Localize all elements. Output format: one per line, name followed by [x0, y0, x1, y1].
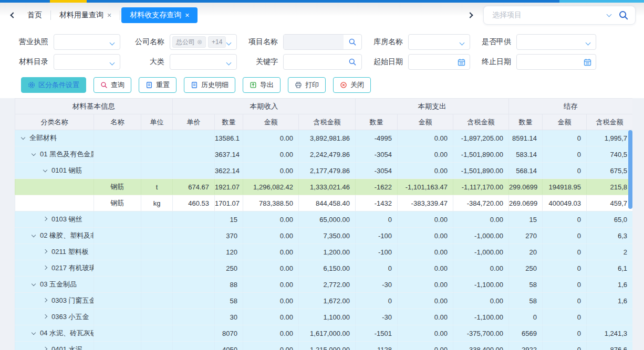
- collapse-icon[interactable]: [32, 152, 36, 156]
- table-row[interactable]: 02 橡胶、塑料及非3700.007,350.00-1000.00-1,000.…: [15, 228, 633, 244]
- project-name-input[interactable]: [283, 34, 362, 50]
- table-row[interactable]: 0211 塑料板1200.001,200.00-1000.00-1,000.00…: [15, 244, 633, 260]
- cell: -1,101,163.47: [398, 179, 453, 195]
- remove-tag-icon[interactable]: ⊗: [197, 38, 202, 46]
- cell: 4050: [215, 342, 243, 350]
- table-row[interactable]: 01 黑色及有色金属3637.140.002,242,479.86-30540.…: [15, 146, 633, 163]
- stripe-yellow-segment: [50, 0, 87, 3]
- close-icon[interactable]: ×: [185, 12, 189, 19]
- table-area: 材料基本信息 本期收入 本期支出 结存 分类名称 名称 单位 单价 数量 金额 …: [0, 98, 644, 350]
- col-header: 金额: [398, 114, 453, 130]
- owner-supplied-select[interactable]: [516, 34, 596, 50]
- cell: 15: [509, 211, 543, 228]
- material-catalog-select[interactable]: [54, 54, 120, 70]
- cell: [94, 163, 141, 179]
- major-category-select[interactable]: [170, 54, 237, 70]
- filter-label: 终止日期: [482, 57, 511, 67]
- cell: 0: [356, 260, 398, 277]
- cell: 0.00: [243, 163, 299, 179]
- table-row[interactable]: 钢筋kg460.531701.07783,388.50844,458.40-14…: [15, 195, 633, 211]
- query-button[interactable]: 查询: [94, 77, 131, 93]
- col-header: 单价: [173, 114, 215, 130]
- category-cell: 02 橡胶、塑料及非: [15, 228, 94, 244]
- table-row[interactable]: 钢筋t674.671921.071,296,082.421,333,021.46…: [15, 179, 633, 195]
- search-icon[interactable]: [344, 35, 361, 49]
- cell: 0: [543, 325, 587, 342]
- expand-icon[interactable]: [43, 347, 47, 350]
- expand-icon[interactable]: [43, 298, 47, 302]
- cell: 0: [356, 293, 398, 309]
- tab-home[interactable]: 首页: [19, 7, 50, 23]
- category-label: 全部材料: [29, 134, 57, 142]
- input-zone[interactable]: [284, 55, 344, 69]
- collapse-icon[interactable]: [43, 168, 47, 172]
- col-header: 数量: [215, 114, 243, 130]
- table-row[interactable]: 0101 钢筋3622.140.002,177,479.86-30540.00-…: [15, 163, 633, 179]
- toolbar: 区分条件设置 查询 重置 历史明细 导出 打印 关闭: [0, 75, 644, 98]
- cell: [94, 293, 141, 309]
- warehouse-select[interactable]: [408, 34, 470, 50]
- tab-bar: 首页 材料用量查询 × 材料收支存查询 × 选择项目: [0, 3, 644, 28]
- scrollbar-thumb[interactable]: [628, 130, 632, 209]
- start-date-input[interactable]: [408, 54, 470, 70]
- search-icon[interactable]: [344, 55, 361, 69]
- close-button[interactable]: 关闭: [333, 77, 371, 93]
- business-license-select[interactable]: [54, 34, 120, 50]
- cell: 0.00: [243, 260, 299, 277]
- cell: 0: [543, 260, 587, 277]
- cell: 194918.95: [543, 179, 587, 195]
- category-label: 0103 钢丝: [51, 215, 82, 223]
- reset-button[interactable]: 重置: [139, 77, 176, 93]
- tab-material-usage-query[interactable]: 材料用量查询 ×: [51, 7, 120, 23]
- group-header-row: 材料基本信息 本期收入 本期支出 结存: [15, 99, 633, 114]
- keyword-input[interactable]: [283, 54, 362, 70]
- filter-label: 库房名称: [373, 37, 403, 47]
- collapse-icon[interactable]: [21, 135, 25, 140]
- cell: [173, 130, 215, 146]
- history-detail-button[interactable]: 历史明细: [184, 77, 235, 93]
- end-date-input[interactable]: [516, 54, 596, 70]
- export-button[interactable]: 导出: [243, 77, 281, 93]
- cell: [173, 228, 215, 244]
- cell: [94, 309, 141, 325]
- tabs-scroll-left-icon[interactable]: [7, 7, 19, 23]
- table-row[interactable]: 0303 门窗五金580.001,672.0000.000.005801,6: [15, 293, 633, 309]
- cell: 1701.07: [215, 195, 243, 211]
- input-zone[interactable]: [284, 35, 344, 49]
- condition-settings-button[interactable]: 区分条件设置: [21, 77, 86, 93]
- tabs-scroll-right-icon[interactable]: [464, 7, 476, 23]
- search-icon[interactable]: [618, 10, 629, 20]
- cell: 675,5: [587, 163, 632, 179]
- expand-icon[interactable]: [43, 314, 47, 319]
- table-row[interactable]: 0103 钢丝150.0065,000.0000.000.0015065,0: [15, 211, 633, 228]
- table-row[interactable]: 0363 小五金300.001,100.00-300.00-1,100.0000: [15, 309, 633, 325]
- cell: [141, 293, 173, 309]
- tab-material-balance-query[interactable]: 材料收支存查询 ×: [121, 7, 198, 23]
- table-row[interactable]: 0217 有机玻璃2500.006,150.0000.000.0025006,1: [15, 260, 633, 277]
- print-button[interactable]: 打印: [288, 77, 326, 93]
- table-row[interactable]: 全部材料13586.10.003,892,981.86-49950.00-1,8…: [15, 130, 633, 146]
- vertical-scrollbar[interactable]: [628, 130, 632, 350]
- table-row[interactable]: 0401 水泥40500.001,215,000.00-11280.00-338…: [15, 342, 633, 350]
- cell: 0.00: [398, 293, 453, 309]
- collapse-icon[interactable]: [32, 331, 36, 335]
- table-row[interactable]: 03 五金制品880.002,772.00-300.00-1,100.00580…: [15, 277, 633, 293]
- project-select[interactable]: 选择项目: [483, 6, 636, 25]
- cell: 6569: [509, 325, 543, 342]
- filter-label: 关键字: [248, 57, 278, 67]
- cell: [94, 260, 141, 277]
- close-icon[interactable]: ×: [107, 12, 111, 19]
- expand-icon[interactable]: [43, 266, 47, 270]
- expand-icon[interactable]: [43, 217, 47, 221]
- collapse-icon[interactable]: [32, 282, 36, 286]
- cell: -375,700.00: [453, 325, 509, 342]
- category-cell: [15, 179, 94, 195]
- chevron-down-icon: [460, 40, 465, 46]
- col-group-period-income: 本期收入: [173, 99, 356, 114]
- button-label: 查询: [111, 80, 124, 90]
- collapse-icon[interactable]: [32, 233, 36, 237]
- table-row[interactable]: 04 水泥、砖瓦灰砂80700.001,617,000.00-15010.00-…: [15, 325, 633, 342]
- cell: [141, 342, 173, 350]
- expand-icon[interactable]: [43, 249, 47, 253]
- company-select[interactable]: 总公司 ⊗ +14: [170, 34, 237, 50]
